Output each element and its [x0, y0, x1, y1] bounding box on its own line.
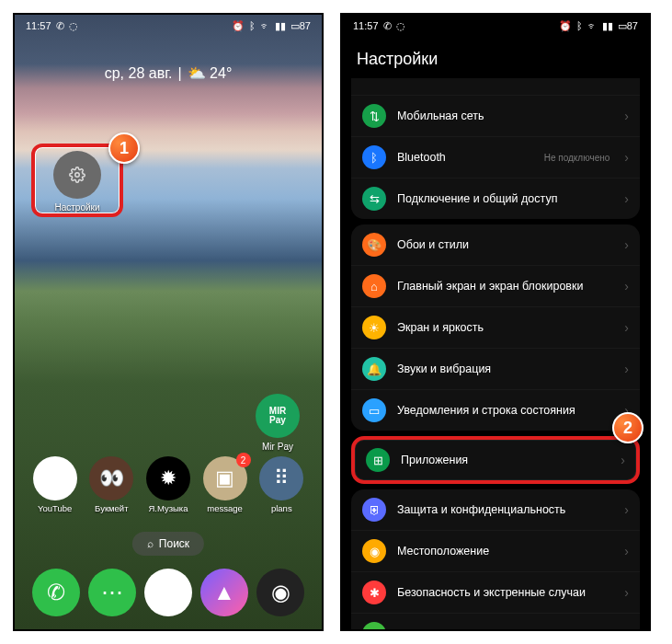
search-icon: ⌕: [147, 537, 154, 550]
home-screen-phone: 11:57 ✆ ◌ ⏰ ᛒ ᯤ ▮▮ ▭87 ср, 28 авг. | 24°…: [13, 13, 324, 631]
share-icon: ⇆: [362, 187, 386, 211]
settings-row-homescreen[interactable]: ⌂ Главный экран и экран блокировки ›: [351, 266, 640, 307]
highlight-2: 2 ⊞ Приложения ›: [351, 436, 640, 484]
status-bar: 11:57 ✆ ◌ ⏰ ᛒ ᯤ ▮▮ ▭87: [342, 15, 649, 37]
palette-icon: 🎨: [362, 233, 386, 257]
apps-icon: ⊞: [366, 448, 390, 472]
chevron-right-icon: ›: [624, 362, 629, 376]
home-icon: ⌂: [362, 274, 386, 298]
updown-icon: ⇅: [362, 104, 386, 128]
pin-icon: ◉: [362, 539, 386, 563]
status-time: 11:57: [353, 20, 379, 31]
bluetooth-icon: ᛒ: [249, 20, 256, 31]
dock-camera[interactable]: ◉: [256, 569, 304, 616]
settings-row-privacy[interactable]: ⛨ Защита и конфиденциальность ›: [351, 489, 640, 531]
settings-row-location[interactable]: ◉ Местоположение ›: [351, 531, 640, 572]
chevron-right-icon: ›: [624, 109, 629, 123]
settings-row-notifications[interactable]: ▭ Уведомления и строка состояния ›: [351, 390, 640, 431]
settings-phone: 11:57 ✆ ◌ ⏰ ᛒ ᯤ ▮▮ ▭87 Настройки ⇅ Мобил…: [340, 13, 651, 631]
chevron-right-icon: ›: [624, 320, 629, 335]
status-time: 11:57: [26, 20, 51, 31]
app-row: ▶ YouTube 👀 Букмейт ✹ Я.Музыка ▣ 2 messa…: [15, 456, 322, 513]
weather-date: ср, 28 авг.: [105, 65, 173, 82]
message-icon: ▣ 2: [203, 456, 247, 500]
chevron-right-icon: ›: [624, 237, 629, 252]
chevron-right-icon: ›: [624, 627, 629, 631]
chevron-right-icon: ›: [624, 502, 629, 517]
callout-badge-2: 2: [612, 412, 644, 443]
youtube-icon: ▶: [33, 456, 77, 500]
bell-icon: 🔔: [362, 357, 386, 381]
plans-folder-icon: ⠿: [259, 456, 303, 500]
bluetooth-status: Не подключено: [544, 153, 610, 163]
mirpay-label: Mir Pay: [252, 442, 303, 452]
callout-badge-1: 1: [108, 132, 140, 164]
chevron-right-icon: ›: [624, 544, 629, 558]
settings-row-connection-sharing[interactable]: ⇆ Подключение и общий доступ ›: [351, 178, 640, 219]
signal-icon: ▮▮: [602, 20, 613, 32]
app-ymusic[interactable]: ✹ Я.Музыка: [142, 456, 194, 513]
search-button[interactable]: ⌕ Поиск: [132, 532, 204, 556]
battery-icon: ▭87: [618, 20, 638, 32]
bluetooth-icon: ᛒ: [576, 20, 583, 31]
weather-temp: 24°: [188, 64, 233, 82]
settings-row-bluetooth[interactable]: ᛒ Bluetooth Не подключено ›: [351, 137, 640, 178]
chevron-right-icon: ›: [624, 585, 629, 600]
clock-icon: ◌: [69, 20, 78, 32]
notif-icon: ▭: [362, 398, 386, 422]
settings-group-display: 🎨 Обои и стили › ⌂ Главный экран и экран…: [351, 224, 640, 431]
page-title: Настройки: [342, 37, 649, 78]
signal-icon: ▮▮: [275, 20, 286, 32]
dock-yandex[interactable]: Y: [144, 569, 192, 616]
app-plans[interactable]: ⠿ plans: [256, 456, 307, 513]
clock-icon: ◌: [396, 20, 405, 32]
dock-phone[interactable]: ✆: [32, 569, 80, 616]
app-bookmate[interactable]: 👀 Букмейт: [85, 456, 137, 513]
notif-badge: 2: [236, 453, 251, 467]
app-mirpay[interactable]: MIRPay Mir Pay: [252, 394, 303, 452]
settings-row-wallpaper[interactable]: 🎨 Обои и стили ›: [351, 224, 640, 266]
settings-row-sound[interactable]: 🔔 Звуки и вибрация ›: [351, 349, 640, 390]
sos-icon: ✱: [362, 581, 386, 604]
dock-messages[interactable]: ⋯: [88, 569, 136, 616]
bookmate-icon: 👀: [89, 456, 133, 500]
settings-row-battery[interactable]: ▮ Батарея ›: [351, 614, 640, 631]
settings-row-safety[interactable]: ✱ Безопасность и экстренные случаи ›: [351, 572, 640, 614]
settings-row-apps[interactable]: ⊞ Приложения ›: [355, 440, 636, 480]
whatsapp-icon: ✆: [56, 20, 64, 32]
chevron-right-icon: ›: [624, 150, 629, 165]
alarm-icon: ⏰: [232, 20, 245, 32]
weather-widget[interactable]: ср, 28 авг. | 24°: [15, 64, 322, 82]
chevron-right-icon: ›: [624, 279, 629, 293]
alarm-icon: ⏰: [559, 20, 572, 32]
app-message[interactable]: ▣ 2 message: [199, 456, 251, 513]
settings-row-mobile-network[interactable]: ⇅ Мобильная сеть ›: [351, 96, 640, 137]
app-youtube[interactable]: ▶ YouTube: [29, 456, 81, 513]
settings-group-connectivity: ⇅ Мобильная сеть › ᛒ Bluetooth Не подклю…: [351, 78, 640, 219]
wifi-icon: ᯤ: [587, 20, 598, 31]
mirpay-icon: MIRPay: [256, 394, 300, 438]
wifi-icon: ᯤ: [260, 20, 270, 31]
status-bar: 11:57 ✆ ◌ ⏰ ᛒ ᯤ ▮▮ ▭87: [15, 15, 322, 37]
whatsapp-icon: ✆: [383, 20, 392, 32]
dock: ✆ ⋯ Y ▲ ◉: [15, 569, 322, 616]
chevron-right-icon: ›: [621, 453, 625, 467]
battery-icon: ▭87: [290, 20, 311, 32]
chevron-right-icon: ›: [624, 191, 629, 206]
bluetooth-icon: ᛒ: [362, 145, 386, 169]
sun-icon: ☀: [362, 316, 386, 339]
shield-icon: ⛨: [362, 498, 386, 522]
ymusic-icon: ✹: [146, 456, 190, 500]
search-label: Поиск: [159, 537, 189, 550]
settings-row-sim[interactable]: [351, 78, 640, 96]
settings-row-brightness[interactable]: ☀ Экран и яркость ›: [351, 307, 640, 349]
battery-icon: ▮: [362, 622, 386, 631]
settings-group-security: ⛨ Защита и конфиденциальность › ◉ Местоп…: [351, 489, 640, 631]
dock-gallery[interactable]: ▲: [200, 569, 248, 616]
